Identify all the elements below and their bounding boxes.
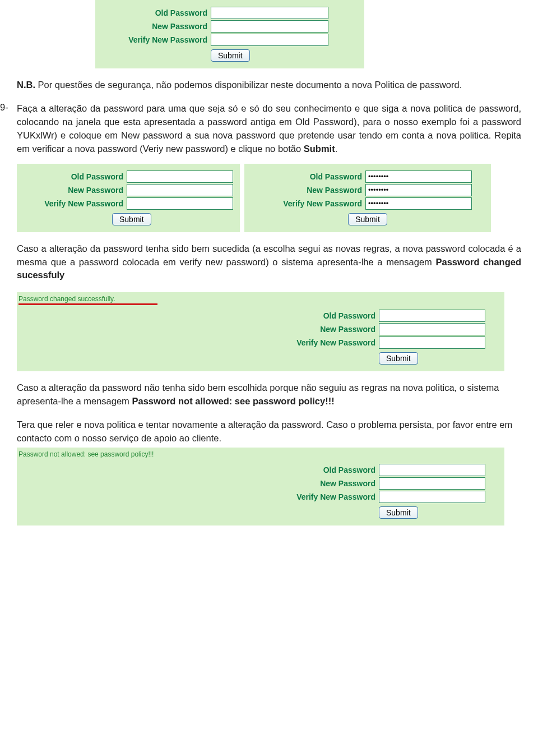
step-9-text-b: . (335, 144, 338, 154)
nb-body: Por questões de segurança, não podemos d… (35, 80, 462, 90)
nb-prefix: N.B. (17, 80, 35, 90)
new-password-label: New Password (101, 22, 207, 31)
old-password-input[interactable] (365, 170, 472, 183)
new-password-label: New Password (263, 325, 375, 334)
verify-password-input[interactable] (379, 336, 485, 349)
verify-password-label: Verify New Password (263, 492, 375, 501)
step-9-body: Faça a alteração da password para uma qu… (17, 102, 521, 156)
old-password-label: Old Password (263, 465, 375, 474)
old-password-input[interactable] (379, 310, 485, 322)
old-password-label: Old Password (22, 172, 123, 181)
verify-password-input[interactable] (211, 34, 328, 46)
old-password-input[interactable] (211, 7, 328, 19)
fail-bold: Password not allowed: see password polic… (132, 396, 334, 406)
submit-button[interactable]: Submit (348, 213, 387, 225)
submit-button[interactable]: Submit (379, 352, 418, 365)
new-password-label: New Password (263, 479, 375, 488)
success-paragraph: Caso a alteração da password tenha sido … (17, 242, 521, 283)
verify-password-label: Verify New Password (263, 338, 375, 347)
old-password-label: Old Password (101, 8, 207, 17)
submit-button[interactable]: Submit (211, 49, 250, 62)
success-message: Password changed successfully. (17, 293, 504, 303)
old-password-label: Old Password (250, 172, 362, 181)
password-form-success: Password changed successfully. Old Passw… (17, 292, 504, 371)
verify-password-label: Verify New Password (250, 199, 362, 208)
old-password-input[interactable] (127, 170, 233, 183)
step-9-text-a: Faça a alteração da password para uma qu… (17, 103, 521, 154)
fail-message: Password not allowed: see password polic… (17, 449, 504, 463)
verify-password-label: Verify New Password (101, 35, 207, 44)
old-password-input[interactable] (379, 464, 485, 476)
new-password-input[interactable] (365, 184, 472, 196)
password-form-fail: Password not allowed: see password polic… (17, 448, 504, 525)
new-password-input[interactable] (379, 477, 485, 490)
fail-paragraph: Caso a alteração da password não tenha s… (17, 381, 521, 408)
password-form-empty: Old Password New Password Verify New Pas… (17, 164, 240, 232)
verify-password-input[interactable] (127, 197, 233, 210)
submit-button[interactable]: Submit (379, 506, 418, 519)
new-password-label: New Password (22, 186, 123, 195)
retry-paragraph: Tera que reler e nova politica e tentar … (17, 418, 521, 445)
new-password-input[interactable] (127, 184, 233, 196)
nb-paragraph: N.B. Por questões de segurança, não pode… (17, 79, 521, 92)
step-9-number: 9- (0, 102, 17, 156)
new-password-input[interactable] (211, 20, 328, 33)
old-password-label: Old Password (263, 311, 375, 320)
new-password-label: New Password (250, 186, 362, 195)
verify-password-input[interactable] (365, 197, 472, 210)
step-9-submit-word: Submit (304, 144, 335, 154)
password-form-filled: Old Password New Password Verify New Pas… (244, 164, 491, 232)
verify-password-label: Verify New Password (22, 199, 123, 208)
new-password-input[interactable] (379, 323, 485, 335)
verify-password-input[interactable] (379, 491, 485, 503)
submit-button[interactable]: Submit (112, 213, 151, 225)
password-form-top: Old Password New Password Verify New Pas… (95, 0, 364, 68)
